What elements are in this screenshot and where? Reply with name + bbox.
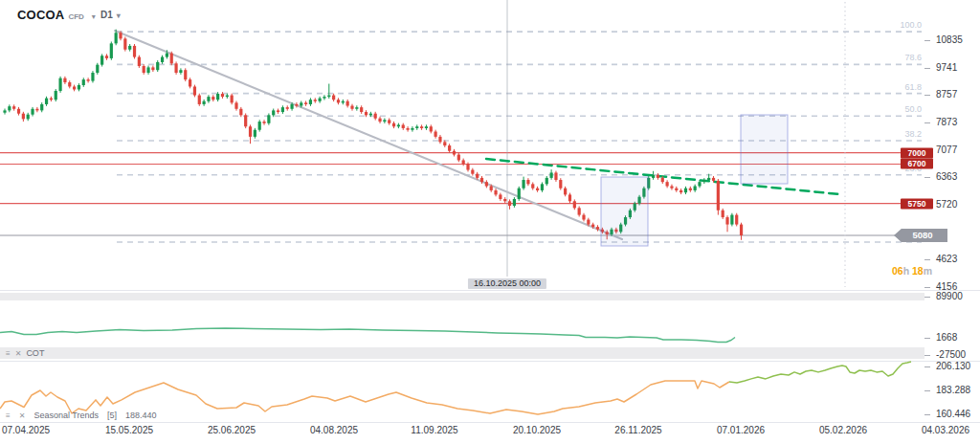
close-icon[interactable]: ✕	[19, 411, 26, 420]
axis-tick-mark	[924, 259, 930, 260]
price-axis-tick: 6363	[936, 172, 957, 182]
axis-tick-mark	[924, 287, 930, 288]
menu-icon[interactable]: ≡	[6, 349, 11, 358]
price-axis-tick: 4623	[936, 255, 957, 264]
indicator-axis-tick: -27500	[936, 350, 966, 360]
date-axis-tick: 20.10.2025	[513, 426, 561, 435]
seasonal-history-line	[0, 381, 729, 414]
axis-tick-mark	[924, 297, 930, 298]
chevron-down-icon: ▾	[117, 11, 121, 20]
indicator-axis-tick: 183.288	[936, 386, 970, 395]
timeframe-label: D1	[100, 10, 113, 20]
timeframe-selector[interactable]: D1 ▾	[100, 10, 121, 20]
current-price-tag: 5080	[894, 229, 947, 242]
indicator-axis-tick: 89900	[936, 292, 963, 301]
cot-pane-title: COT	[26, 348, 44, 358]
seasonal-pane-title: Seasonal Trends	[33, 411, 99, 420]
indicator-axis-tick: 160.446	[936, 410, 970, 419]
date-axis-tick: 04.03.2026	[922, 426, 969, 435]
date-axis-tick: 04.08.2025	[310, 426, 358, 435]
seasonal-value: 188.440	[125, 411, 157, 420]
fib-retracement[interactable]	[117, 32, 922, 242]
axis-tick-mark	[924, 355, 930, 356]
level-price-tag[interactable]: 6700	[901, 159, 933, 169]
seasonal-projection-line	[729, 362, 911, 383]
level-price-tag[interactable]: 5750	[901, 198, 933, 209]
fib-level-label: 50.0	[904, 104, 922, 114]
crosshair-date-label: 16.10.2025 00:00	[468, 278, 546, 289]
price-chart-canvas[interactable]	[0, 0, 980, 444]
axis-tick-mark	[924, 366, 930, 367]
projection-box[interactable]	[741, 115, 788, 184]
trading-chart-window: COCOA CFD ▾ D1 ▾ ≡ ✕ COT ≡ ✕ Seasonal Tr…	[0, 0, 980, 444]
bar-close-countdown: 06h 18m	[884, 265, 932, 277]
date-axis-tick: 11.09.2025	[411, 426, 457, 435]
indicator-axis-tick: 1668	[936, 333, 957, 343]
price-axis-tick: 7077	[936, 145, 957, 155]
price-axis-tick: 5720	[936, 200, 957, 210]
axis-tick-mark	[924, 68, 930, 69]
axis-tick-mark	[924, 40, 930, 41]
indicator-axis-tick: 206.130	[936, 362, 970, 371]
instrument-type: CFD	[68, 12, 83, 21]
seasonal-pane-legend: ≡ ✕ Seasonal Trends [5] 188.440	[6, 411, 160, 420]
price-axis-tick: 9741	[936, 63, 957, 73]
price-axis-tick: 10835	[936, 35, 963, 45]
price-axis-tick: 7873	[936, 118, 957, 127]
fib-level-label: 100.0	[900, 20, 922, 30]
date-axis-tick: 26.11.2025	[614, 426, 661, 435]
fib-level-label: 38.2	[904, 129, 922, 139]
axis-tick-mark	[924, 177, 930, 178]
date-axis-tick: 05.02.2026	[819, 426, 867, 435]
date-axis-tick: 07.01.2026	[717, 426, 765, 435]
fib-level-label: 78.6	[904, 53, 922, 62]
seasonal-param: [5]	[107, 411, 117, 420]
date-axis-tick: 15.05.2025	[105, 426, 153, 435]
menu-icon[interactable]: ≡	[6, 411, 11, 420]
axis-tick-mark	[924, 390, 930, 391]
cot-indicator-line	[0, 328, 735, 343]
level-price-tag[interactable]: 7000	[901, 147, 933, 158]
close-icon[interactable]: ✕	[15, 349, 22, 358]
axis-tick-mark	[924, 95, 930, 96]
price-axis-tick: 8757	[936, 90, 957, 100]
fib-level-label: 61.8	[904, 82, 922, 92]
date-axis-tick: 07.04.2025	[2, 426, 50, 435]
axis-tick-mark	[924, 338, 930, 339]
projection-box[interactable]	[601, 177, 648, 246]
date-axis-tick: 25.06.2025	[208, 426, 256, 435]
chevron-down-icon: ▾	[92, 12, 96, 21]
gray-trendline[interactable]	[115, 31, 622, 239]
axis-tick-mark	[924, 414, 930, 415]
symbol-selector[interactable]: COCOA CFD ▾	[17, 8, 96, 22]
cot-pane-legend: ≡ ✕ COT	[0, 347, 924, 359]
symbol-name: COCOA	[17, 8, 64, 22]
axis-tick-mark	[924, 122, 930, 123]
